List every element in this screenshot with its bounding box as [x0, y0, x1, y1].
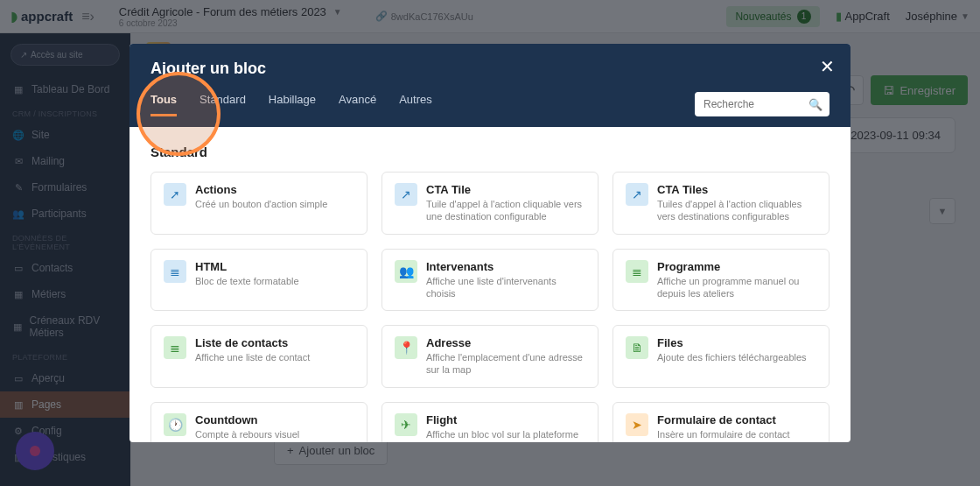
block-title: HTML — [195, 260, 299, 273]
block-icon: ≣ — [164, 336, 186, 359]
block-text: Formulaire de contactInsère un formulair… — [657, 413, 790, 440]
modal-header: Ajouter un bloc ✕ Tous Standard Habillag… — [130, 44, 850, 127]
block-text: ProgrammeAffiche un programme manuel ou … — [657, 260, 816, 300]
add-block-modal: Ajouter un bloc ✕ Tous Standard Habillag… — [130, 44, 850, 442]
modal-tabs: Tous Standard Habillage Avancé Autres — [150, 93, 432, 116]
block-grid: ➚ActionsCréé un bouton d'action simple↗C… — [150, 172, 830, 442]
block-card[interactable]: ➚ActionsCréé un bouton d'action simple — [150, 172, 368, 235]
block-title: Files — [657, 336, 807, 349]
tab-autres[interactable]: Autres — [399, 93, 432, 116]
block-desc: Tuiles d'appel à l'action cliquables ver… — [657, 198, 816, 223]
block-desc: Affiche l'emplacement d'une adresse sur … — [426, 351, 585, 377]
block-text: AdresseAffiche l'emplacement d'une adres… — [426, 336, 585, 377]
tab-avance[interactable]: Avancé — [339, 93, 376, 116]
block-title: Actions — [195, 183, 327, 196]
close-icon: ✕ — [820, 57, 835, 76]
block-text: CTA TilesTuiles d'appel à l'action cliqu… — [657, 183, 816, 223]
block-desc: Ajoute des fichiers téléchargeables — [657, 351, 807, 363]
block-text: CountdownCompte à rebours visuel — [195, 413, 299, 440]
block-icon: ≣ — [626, 260, 648, 283]
block-text: IntervenantsAffiche une liste d'interven… — [426, 260, 585, 300]
block-text: ActionsCréé un bouton d'action simple — [195, 183, 327, 223]
block-title: CTA Tile — [426, 183, 585, 196]
block-text: CTA TileTuile d'appel à l'action cliquab… — [426, 183, 585, 223]
block-icon: ✈ — [395, 413, 417, 436]
tab-standard[interactable]: Standard — [200, 93, 246, 116]
section-title: Standard — [150, 144, 830, 159]
tab-tous[interactable]: Tous — [150, 93, 177, 116]
block-card[interactable]: 🗎FilesAjoute des fichiers téléchargeable… — [612, 325, 830, 388]
block-card[interactable]: ≣ProgrammeAffiche un programme manuel ou… — [612, 249, 830, 312]
block-desc: Tuile d'appel à l'action cliquable vers … — [426, 198, 585, 223]
block-desc: Compte à rebours visuel — [195, 428, 299, 440]
block-desc: Affiche une liste de contact — [195, 351, 310, 363]
block-title: CTA Tiles — [657, 183, 816, 196]
block-icon: ↗ — [395, 183, 417, 206]
modal-body: Standard ➚ActionsCréé un bouton d'action… — [130, 127, 850, 442]
block-icon: ≣ — [164, 260, 186, 283]
block-desc: Insère un formulaire de contact — [657, 428, 790, 440]
block-icon: ↗ — [626, 183, 648, 206]
modal-overlay[interactable]: Ajouter un bloc ✕ Tous Standard Habillag… — [0, 0, 980, 486]
block-card[interactable]: 👥IntervenantsAffiche une liste d'interve… — [382, 249, 598, 312]
block-title: Intervenants — [426, 260, 585, 273]
block-title: Flight — [426, 413, 578, 426]
block-icon: 🕐 — [164, 413, 186, 436]
block-card[interactable]: 🕐CountdownCompte à rebours visuel — [150, 402, 368, 442]
block-text: Liste de contactsAffiche une liste de co… — [195, 336, 310, 377]
block-title: Liste de contacts — [195, 336, 310, 349]
block-card[interactable]: ≣HTMLBloc de texte formatable — [150, 249, 368, 312]
block-card[interactable]: 📍AdresseAffiche l'emplacement d'une adre… — [382, 325, 598, 388]
block-icon: ➚ — [164, 183, 186, 206]
close-button[interactable]: ✕ — [820, 56, 835, 77]
block-card[interactable]: ➤Formulaire de contactInsère un formulai… — [612, 402, 830, 442]
block-desc: Affiche un programme manuel ou depuis le… — [657, 275, 816, 300]
block-desc: Créé un bouton d'action simple — [195, 198, 327, 210]
block-title: Programme — [657, 260, 816, 273]
block-card[interactable]: ✈FlightAffiche un bloc vol sur la platef… — [382, 402, 598, 442]
block-desc: Affiche une liste d'intervenants choisis — [426, 275, 585, 300]
block-icon: 📍 — [395, 336, 417, 359]
modal-title: Ajouter un bloc — [150, 60, 830, 78]
search-icon: 🔍 — [808, 98, 822, 111]
block-card[interactable]: ↗CTA TilesTuiles d'appel à l'action cliq… — [612, 172, 830, 235]
block-title: Countdown — [195, 413, 299, 426]
block-desc: Bloc de texte formatable — [195, 275, 299, 287]
tab-habillage[interactable]: Habillage — [269, 93, 316, 116]
block-icon: 👥 — [395, 260, 417, 283]
block-text: HTMLBloc de texte formatable — [195, 260, 299, 300]
search-wrap: 🔍 — [695, 92, 830, 116]
block-icon: 🗎 — [626, 336, 648, 359]
block-title: Formulaire de contact — [657, 413, 790, 426]
block-card[interactable]: ≣Liste de contactsAffiche une liste de c… — [150, 325, 368, 388]
block-card[interactable]: ↗CTA TileTuile d'appel à l'action cliqua… — [382, 172, 598, 235]
block-title: Adresse — [426, 336, 585, 349]
block-text: FilesAjoute des fichiers téléchargeables — [657, 336, 807, 377]
block-desc: Affiche un bloc vol sur la plateforme — [426, 428, 578, 440]
block-icon: ➤ — [626, 413, 648, 436]
block-text: FlightAffiche un bloc vol sur la platefo… — [426, 413, 578, 440]
